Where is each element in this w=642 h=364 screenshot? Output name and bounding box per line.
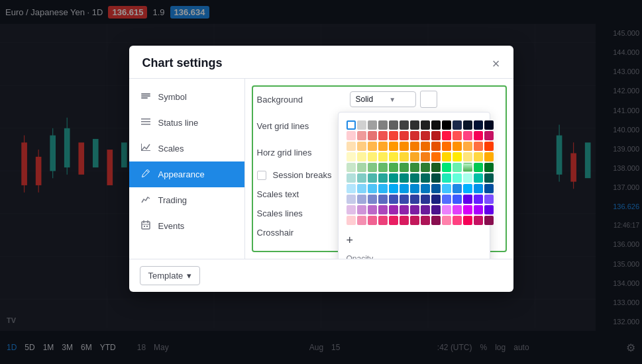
color-cell[interactable] xyxy=(389,152,398,161)
color-cell[interactable] xyxy=(389,131,398,140)
color-cell[interactable] xyxy=(389,184,398,193)
color-cell[interactable] xyxy=(378,205,388,214)
color-cell[interactable] xyxy=(400,131,409,140)
color-cell[interactable] xyxy=(400,120,409,130)
color-cell[interactable] xyxy=(378,120,388,130)
color-cell[interactable] xyxy=(463,216,472,225)
color-cell[interactable] xyxy=(357,163,366,172)
color-cell[interactable] xyxy=(410,163,419,172)
color-cell[interactable] xyxy=(347,195,356,204)
color-cell[interactable] xyxy=(474,120,483,130)
sidebar-item-trading[interactable]: Trading xyxy=(129,187,244,213)
color-cell[interactable] xyxy=(357,152,366,161)
color-cell[interactable] xyxy=(389,142,398,151)
sidebar-item-status-line[interactable]: Status line xyxy=(129,110,244,136)
color-cell[interactable] xyxy=(484,131,494,140)
color-cell[interactable] xyxy=(463,142,472,151)
sidebar-item-symbol[interactable]: Symbol xyxy=(129,84,244,110)
background-dropdown[interactable]: Solid ▼ xyxy=(350,91,416,107)
color-cell[interactable] xyxy=(421,205,430,214)
sidebar-item-appearance[interactable]: Appearance xyxy=(129,161,244,187)
color-cell[interactable] xyxy=(378,184,388,193)
color-cell[interactable] xyxy=(410,152,419,161)
color-cell[interactable] xyxy=(368,131,377,140)
color-cell[interactable] xyxy=(368,195,377,204)
color-cell[interactable] xyxy=(431,131,441,140)
color-cell[interactable] xyxy=(463,184,472,193)
color-cell[interactable] xyxy=(474,131,483,140)
color-cell[interactable] xyxy=(357,195,366,204)
color-cell[interactable] xyxy=(431,195,441,204)
color-cell[interactable] xyxy=(347,173,356,183)
color-cell[interactable] xyxy=(453,120,462,130)
color-cell[interactable] xyxy=(347,184,356,193)
color-cell[interactable] xyxy=(453,152,462,161)
color-cell[interactable] xyxy=(431,120,441,130)
color-cell[interactable] xyxy=(368,205,377,214)
color-cell[interactable] xyxy=(400,142,409,151)
color-cell[interactable] xyxy=(442,163,451,172)
color-cell[interactable] xyxy=(463,131,472,140)
color-cell[interactable] xyxy=(453,195,462,204)
color-cell[interactable] xyxy=(357,184,366,193)
color-cell[interactable] xyxy=(484,152,494,161)
color-cell[interactable] xyxy=(410,205,419,214)
color-cell[interactable] xyxy=(453,205,462,214)
color-cell[interactable] xyxy=(410,216,419,225)
color-cell[interactable] xyxy=(463,205,472,214)
color-cell[interactable] xyxy=(431,163,441,172)
color-cell[interactable] xyxy=(474,163,483,172)
color-cell[interactable] xyxy=(484,205,494,214)
color-cell[interactable] xyxy=(389,173,398,183)
color-cell[interactable] xyxy=(368,173,377,183)
color-cell[interactable] xyxy=(463,120,472,130)
color-cell[interactable] xyxy=(357,216,366,225)
color-cell[interactable] xyxy=(484,184,494,193)
color-cell[interactable] xyxy=(442,142,451,151)
color-cell[interactable] xyxy=(347,152,356,161)
color-cell[interactable] xyxy=(442,205,451,214)
color-cell[interactable] xyxy=(453,142,462,151)
color-cell[interactable] xyxy=(389,195,398,204)
color-cell[interactable] xyxy=(453,216,462,225)
color-cell[interactable] xyxy=(368,216,377,225)
color-cell[interactable] xyxy=(463,195,472,204)
color-cell[interactable] xyxy=(484,216,494,225)
color-cell[interactable] xyxy=(484,173,494,183)
color-cell[interactable] xyxy=(410,120,419,130)
color-cell[interactable] xyxy=(400,163,409,172)
color-cell[interactable] xyxy=(421,216,430,225)
color-cell[interactable] xyxy=(421,173,430,183)
color-cell[interactable] xyxy=(389,120,398,130)
color-cell[interactable] xyxy=(368,184,377,193)
color-cell[interactable] xyxy=(400,195,409,204)
color-cell[interactable] xyxy=(463,152,472,161)
color-cell[interactable] xyxy=(378,163,388,172)
color-cell[interactable] xyxy=(474,173,483,183)
color-cell[interactable] xyxy=(463,163,472,172)
color-cell[interactable] xyxy=(442,120,451,130)
color-cell[interactable] xyxy=(431,173,441,183)
color-cell[interactable] xyxy=(453,163,462,172)
color-cell[interactable] xyxy=(368,142,377,151)
color-cell[interactable] xyxy=(378,173,388,183)
color-cell[interactable] xyxy=(431,184,441,193)
color-cell[interactable] xyxy=(442,216,451,225)
template-button[interactable]: Template ▾ xyxy=(140,266,201,285)
color-cell[interactable] xyxy=(378,216,388,225)
color-cell[interactable] xyxy=(421,152,430,161)
color-cell[interactable] xyxy=(442,131,451,140)
color-cell[interactable] xyxy=(378,195,388,204)
color-cell[interactable] xyxy=(474,142,483,151)
color-cell[interactable] xyxy=(421,142,430,151)
add-color-button[interactable]: + xyxy=(347,232,482,249)
color-cell[interactable] xyxy=(347,163,356,172)
background-color-swatch[interactable] xyxy=(420,91,437,108)
color-cell[interactable] xyxy=(431,216,441,225)
color-cell[interactable] xyxy=(378,142,388,151)
color-cell[interactable] xyxy=(378,131,388,140)
color-cell[interactable] xyxy=(357,205,366,214)
color-cell[interactable] xyxy=(421,120,430,130)
color-cell[interactable] xyxy=(400,152,409,161)
color-cell[interactable] xyxy=(347,205,356,214)
